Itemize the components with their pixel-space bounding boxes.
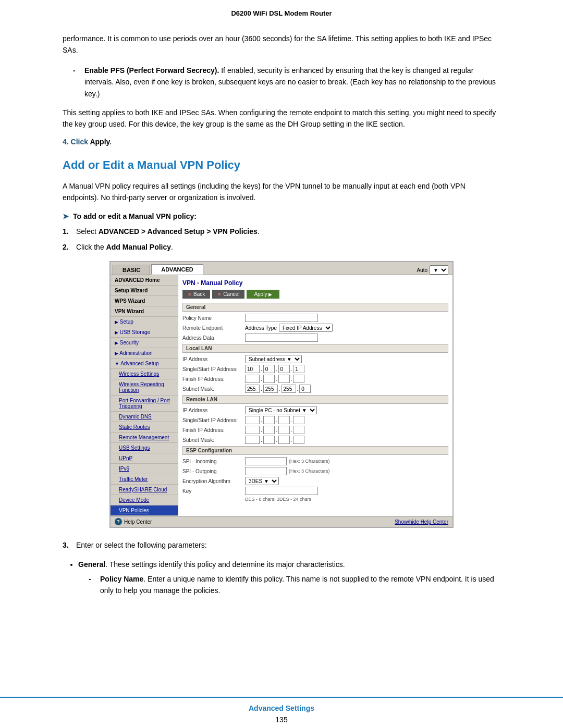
address-data-row: Address Data [182, 334, 448, 342]
sidebar-item-usb-storage[interactable]: ▶ USB Storage [111, 327, 178, 338]
remote-finish-ip-label: Finish IP Address: [182, 427, 245, 433]
step2: 2. Click the Add Manual Policy. [63, 241, 500, 253]
tab-auto-label: Auto [417, 267, 427, 273]
step2-period: . [171, 243, 173, 251]
sidebar-item-readyshare[interactable]: ReadySHARE Cloud [111, 485, 178, 495]
back-button[interactable]: ✕ Back [182, 290, 210, 299]
sidebar-item-administration[interactable]: ▶ Administration [111, 348, 178, 359]
sidebar-item-device-mode[interactable]: Device Mode [111, 495, 178, 505]
remote-subnet-group: . . . [245, 436, 304, 444]
step2-text: Click the [76, 243, 106, 251]
remote-start-ip-group: . . . [245, 416, 304, 424]
subnet-address-select[interactable]: Subnet address ▼ [245, 355, 302, 363]
single-pc-select[interactable]: Single PC - no Subnet ▼ [245, 406, 317, 414]
remote-mask-oct3[interactable] [278, 436, 290, 444]
sidebar-item-port-forwarding[interactable]: Port Forwarding / Port Triggering [111, 396, 178, 412]
remote-fin-oct1[interactable] [245, 426, 260, 434]
tab-advanced[interactable]: ADVANCED [151, 264, 203, 275]
local-mask-oct4[interactable] [299, 385, 311, 393]
key-hint-text: DES - 8 chars; 3DES - 24 chars [245, 497, 311, 502]
remote-mask-oct4[interactable] [293, 436, 304, 444]
policy-name-input[interactable] [245, 314, 318, 322]
tab-basic[interactable]: BASIC [113, 265, 150, 275]
params-bullet-list: General. These settings identify this po… [63, 559, 500, 597]
sidebar-item-wps-wizard[interactable]: WPS Wizard [111, 296, 178, 306]
step3-num: 3. [63, 539, 69, 551]
local-finish-oct4[interactable] [293, 375, 304, 383]
remote-subnet-mask-label: Subnet Mask: [182, 437, 245, 443]
remote-fin-oct3[interactable] [278, 426, 290, 434]
spi-incoming-input[interactable] [245, 457, 287, 465]
step1-period: . [258, 227, 260, 236]
local-finish-ip-row: Finish IP Address: . . . [182, 375, 448, 383]
spi-outgoing-input[interactable] [245, 467, 287, 475]
local-ip-oct1[interactable] [245, 365, 260, 373]
tab-auto-select[interactable]: ▼ [430, 265, 448, 275]
cancel-x-icon: ✕ [217, 292, 222, 297]
remote-fin-oct4[interactable] [293, 426, 304, 434]
remote-endpoint-row: Remote Endpoint Address Type Fixed IP Ad… [182, 324, 448, 332]
router-screenshot: BASIC ADVANCED Auto ▼ ADVANCED Home Setu… [109, 261, 454, 528]
remote-start-oct3[interactable] [278, 416, 290, 424]
local-ip-label: IP Address [182, 356, 245, 362]
remote-mask-oct2[interactable] [263, 436, 275, 444]
sidebar-item-wireless-repeating[interactable]: Wireless Repeating Function [111, 379, 178, 396]
enc-algorithm-select[interactable]: 3DES ▼ [245, 477, 279, 485]
arrow-heading-text: To add or edit a Manual VPN policy: [73, 212, 197, 220]
remote-fin-oct2[interactable] [263, 426, 275, 434]
sidebar-item-dynamic-dns[interactable]: Dynamic DNS [111, 412, 178, 422]
sidebar-item-advanced-home[interactable]: ADVANCED Home [111, 275, 178, 286]
key-hint-row: DES - 8 chars; 3DES - 24 chars [182, 497, 448, 502]
remote-finish-ip-row: Finish IP Address: . . . [182, 426, 448, 434]
address-data-input[interactable] [245, 334, 318, 342]
local-single-start-label: Single/Start IP Address: [182, 366, 245, 372]
remote-ip-label: IP Address [182, 408, 245, 413]
sidebar-item-setup[interactable]: ▶ Setup [111, 317, 178, 327]
local-finish-oct3[interactable] [278, 375, 290, 383]
local-ip-oct2[interactable] [263, 365, 275, 373]
remote-start-oct4[interactable] [293, 416, 304, 424]
spi-outgoing-label: SPI - Outgoing [182, 468, 245, 474]
sidebar-item-upnp[interactable]: UPnP [111, 453, 178, 464]
sidebar-item-traffic-meter[interactable]: Traffic Meter [111, 474, 178, 485]
steps-after-screenshot: 3. Enter or select the following paramet… [63, 539, 500, 551]
sidebar-item-static-routes[interactable]: Static Routes [111, 422, 178, 433]
remote-start-oct2[interactable] [263, 416, 275, 424]
step1-bold: ADVANCED > Advanced Setup > VPN Policies [99, 227, 258, 236]
sidebar-item-wireless-settings[interactable]: Wireless Settings [111, 369, 178, 379]
local-ip-oct4[interactable] [293, 365, 304, 373]
local-finish-oct1[interactable] [245, 375, 260, 383]
remote-start-oct1[interactable] [245, 416, 260, 424]
enc-algorithm-row: Encryption Algorithm 3DES ▼ [182, 477, 448, 485]
local-ip-oct3[interactable] [278, 365, 290, 373]
spi-hex-out-hint: (Hex: 3 Characters) [289, 468, 330, 474]
apply-button[interactable]: Apply ▶ [247, 290, 279, 299]
sidebar-item-ipv6[interactable]: IPv6 [111, 464, 178, 474]
sidebar-item-usb-settings[interactable]: USB Settings [111, 443, 178, 453]
intro-para2: This setting applies to both IKE and IPS… [63, 107, 500, 130]
show-hide-help-link[interactable]: Show/hide Help Center [395, 519, 448, 525]
address-type-select[interactable]: Fixed IP Address [279, 324, 333, 332]
page-footer: Advanced Settings 135 [0, 697, 563, 728]
general-bullet-label: General [78, 560, 105, 569]
help-icon: ? [115, 518, 122, 525]
router-main: VPN - Manual Policy ✕ Back ✕ Cancel Appl… [178, 275, 452, 516]
esp-section-label: ESP Configuration [182, 446, 448, 455]
cancel-button[interactable]: ✕ Cancel [212, 290, 244, 299]
policy-name-dash-label: Policy Name [100, 575, 143, 583]
sidebar-item-advanced-setup[interactable]: ▼ Advanced Setup [111, 359, 178, 369]
local-mask-oct1[interactable] [245, 385, 260, 393]
sidebar-item-vpn-policies[interactable]: VPN Policies [111, 505, 178, 516]
sidebar-item-security[interactable]: ▶ Security [111, 338, 178, 348]
enc-algorithm-label: Encryption Algorithm [182, 478, 245, 484]
sidebar-item-setup-wizard[interactable]: Setup Wizard [111, 286, 178, 296]
remote-mask-oct1[interactable] [245, 436, 260, 444]
sidebar-item-vpn-wizard[interactable]: VPN Wizard [111, 306, 178, 317]
sidebar-item-remote-mgmt[interactable]: Remote Management [111, 433, 178, 443]
key-input[interactable] [245, 487, 318, 495]
local-mask-oct3[interactable] [282, 385, 296, 393]
general-bullet-text: . These settings identify this policy an… [105, 560, 345, 569]
local-mask-oct2[interactable] [263, 385, 278, 393]
section-heading: Add or Edit a Manual VPN Policy [63, 158, 500, 172]
local-finish-oct2[interactable] [263, 375, 275, 383]
